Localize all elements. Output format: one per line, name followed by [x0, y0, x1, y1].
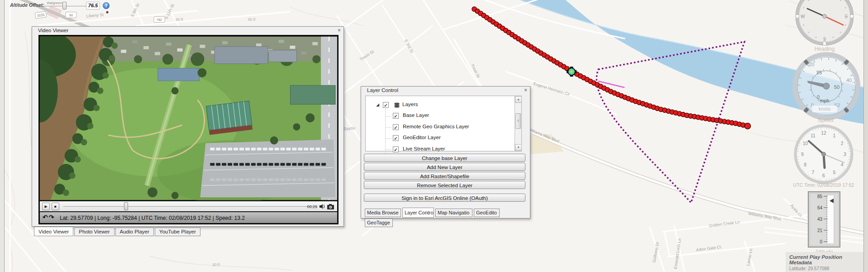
- tab-youtube-player[interactable]: YouTube Player: [155, 228, 200, 236]
- elevation-label: 30 ft: [212, 262, 220, 267]
- clock-number: 3: [844, 151, 846, 157]
- clock-number: 12: [821, 130, 826, 136]
- altitude-gauge: 856443210 Altitude: [807, 190, 853, 256]
- tree-connector: [385, 116, 391, 117]
- scroll-up-icon[interactable]: ▲: [515, 96, 522, 103]
- altitude-offset-slider-thumb[interactable]: [62, 2, 67, 10]
- right-splitter[interactable]: [863, 0, 868, 272]
- layer-name: GeoEditor Layer: [403, 135, 441, 140]
- street-label: Travis St: [359, 49, 375, 62]
- volume-icon[interactable]: [319, 203, 325, 210]
- altitude-offset-value[interactable]: 76.5: [86, 2, 100, 10]
- track-point: [744, 123, 750, 129]
- tab-media-browse[interactable]: Media Browse: [365, 209, 401, 217]
- clock-number: 2: [841, 141, 844, 146]
- close-icon[interactable]: ×: [524, 87, 527, 93]
- svg-text:W: W: [801, 14, 805, 19]
- play-position-metadata: Current Play Position Metadata Latitude:…: [786, 252, 865, 272]
- layer-checkbox[interactable]: ✓: [393, 146, 399, 152]
- video-viewer-titlebar[interactable]: Video Viewer ×: [32, 27, 343, 34]
- layer-checkbox[interactable]: ✓: [393, 113, 399, 119]
- layer-name: Live Stream Layer: [403, 146, 445, 151]
- heading-gauge: W E S Heading: [789, 0, 868, 53]
- tab-photo-viewer[interactable]: Photo Viewer: [74, 228, 114, 236]
- tab-map-navigatio[interactable]: Map Navigatio: [435, 209, 472, 217]
- checkmark-icon: ✓: [394, 125, 397, 130]
- route-shield: 90: [66, 12, 76, 18]
- stop-button[interactable]: ■: [52, 203, 59, 210]
- time-display: 00:29: [307, 204, 317, 209]
- svg-text:90: 90: [69, 13, 73, 17]
- tab-video-viewer[interactable]: Video Viewer: [34, 227, 73, 236]
- remove-selected-layer-button[interactable]: Remove Selected Layer: [364, 181, 525, 189]
- tab-audio-player[interactable]: Audio Player: [115, 228, 154, 236]
- layer-name: Base Layer: [403, 112, 429, 118]
- clock-number: 11: [811, 133, 816, 138]
- app-window: WalgreensLiberty StS 8th StS 11th StTrav…: [0, 0, 868, 272]
- add-raster-shapefile-button[interactable]: Add Raster/Shapefile: [364, 172, 525, 180]
- expander-icon[interactable]: ◢: [376, 102, 379, 107]
- mph-scale-tick: 25: [816, 70, 822, 75]
- layer-name: Remote Geo Graphics Layer: [403, 124, 469, 129]
- altitude-scale-tick: 0: [820, 239, 822, 244]
- tree-connector: [385, 127, 391, 128]
- layer-control-titlebar[interactable]: Layer Control ×: [361, 87, 530, 94]
- altitude-offset-label: Altitude Offset:: [10, 2, 44, 8]
- utc-time-caption: UTC Time: 02/08/2019 17:52: [793, 182, 854, 188]
- checkmark-icon: ✓: [394, 114, 397, 119]
- redo-icon[interactable]: ↷: [49, 214, 55, 221]
- tree-root-row[interactable]: ◢✓Layers: [366, 100, 515, 111]
- street-label: Ayala Ct: [789, 203, 803, 218]
- layer-name: Layers: [402, 102, 418, 107]
- change-base-layer-button[interactable]: Change base Layer: [364, 154, 525, 162]
- mph-scale-tick: 0: [817, 94, 820, 100]
- tab-geoedito[interactable]: GeoEdito: [474, 209, 500, 217]
- layer-checkbox[interactable]: ✓: [393, 135, 399, 141]
- utc-clock-gauge: 123456789101112 UTC Time: 02/08/2019 17:…: [787, 122, 868, 190]
- tree-scrollbar[interactable]: ▲ ≡ ▼: [515, 96, 521, 151]
- scroll-down-icon[interactable]: ▼: [515, 144, 522, 151]
- altitude-scale-tick: 85: [817, 194, 823, 199]
- layer-checkbox[interactable]: ✓: [393, 124, 399, 130]
- heading-label: Heading: [815, 46, 835, 52]
- sign-in-to-esri-arcgis-online-oauth--button[interactable]: Sign in to Esri ArcGIS Online (OAuth): [364, 194, 525, 202]
- layer-control-window[interactable]: Layer Control × ▲ ≡ ▼ ◢✓Layers✓Base Laye…: [361, 86, 530, 219]
- add-new-layer-button[interactable]: Add New Layer: [364, 163, 525, 171]
- street-label: Liberty St: [86, 12, 104, 18]
- video-content[interactable]: [40, 36, 337, 200]
- viewer-tabs: Video ViewerPhoto ViewerAudio PlayerYouT…: [34, 227, 201, 237]
- clock-number: 8: [804, 162, 806, 167]
- scrollbar-thumb[interactable]: ≡: [515, 113, 521, 129]
- left-splitter[interactable]: [0, 0, 5, 272]
- snapshot-icon[interactable]: [327, 203, 335, 210]
- tree-connector: [385, 106, 386, 155]
- altitude-offset-control: Altitude Offset: 76.5 ?: [0, 0, 118, 13]
- undo-icon[interactable]: ↶: [43, 214, 49, 221]
- video-viewer-window[interactable]: Video Viewer ×: [32, 26, 344, 227]
- altitude-scale-tick: 64: [817, 205, 823, 210]
- help-icon[interactable]: ?: [103, 2, 110, 9]
- metadata-latitude: Latitude: 29.577088: [789, 266, 862, 271]
- clock-number: 10: [802, 141, 808, 146]
- layer-control-title: Layer Control: [367, 87, 398, 93]
- seek-slider-thumb[interactable]: [124, 202, 128, 210]
- seek-slider[interactable]: [63, 206, 317, 207]
- close-icon[interactable]: ×: [338, 27, 341, 34]
- tab-geotagge[interactable]: GeoTagge: [365, 219, 393, 227]
- video-status-bar: ↶↷ Lat: 29.57709 | Long: -95.75284 | UTC…: [40, 211, 337, 223]
- clock-number: 6: [822, 173, 825, 178]
- metadata-title: Current Play Position Metadata: [789, 254, 862, 265]
- knots-unit-label: knots: [819, 106, 831, 112]
- clock-number: 7: [812, 170, 815, 175]
- svg-text:E: E: [845, 14, 848, 19]
- svg-text:S: S: [823, 37, 826, 42]
- checkmark-icon: ✓: [384, 103, 387, 108]
- clock-number: 5: [833, 170, 836, 175]
- layer-buttons: Change base LayerAdd New LayerAdd Raster…: [364, 154, 525, 203]
- elevation-label: 90 ft: [248, 17, 256, 22]
- play-button[interactable]: ▶: [42, 203, 50, 210]
- panel-tabs: Media BrowseLayer ControMap NavigatioGeo…: [365, 208, 530, 218]
- elevation-label: 90 ft: [176, 17, 183, 22]
- tab-layer-contro[interactable]: Layer Contro: [402, 208, 434, 218]
- layer-checkbox[interactable]: ✓: [383, 102, 389, 108]
